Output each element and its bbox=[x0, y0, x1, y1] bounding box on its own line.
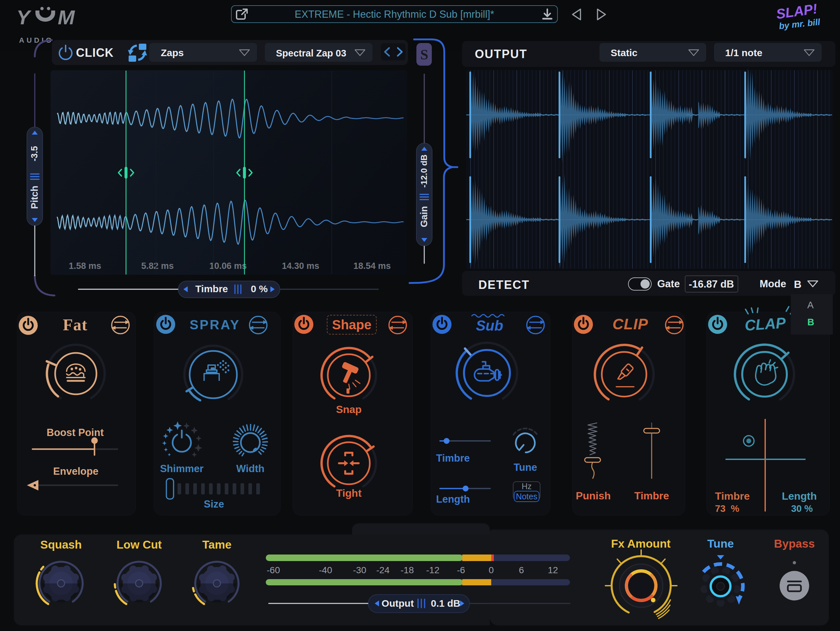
svg-text:B: B bbox=[807, 317, 815, 327]
svg-text:A: A bbox=[807, 300, 814, 310]
